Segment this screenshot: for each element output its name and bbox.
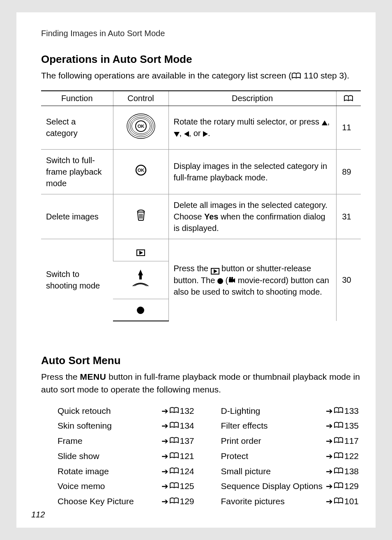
svg-marker-16 [138,270,143,275]
menu-item-page: 135 [344,418,361,434]
menu-button-label: MENU [80,372,106,381]
record-dot-icon [217,278,223,284]
cell-function: Switch to full-frame playback mode [41,149,113,194]
arrow-icon: ➔ [326,449,333,464]
book-icon [334,464,344,471]
menu-item-label: Skin softening [58,418,112,434]
cell-page-ref: 89 [336,149,361,194]
menu-item-page: 125 [180,479,196,494]
cell-function: Select a category [41,106,113,149]
menu-item-label: Favorite pictures [221,494,285,509]
cell-description: Rotate the rotary multi selector, or pre… [168,106,336,149]
movie-record-icon [228,277,235,283]
menu-item-ref: ➔ 117 [326,434,361,449]
menu-item-label: Choose Key Picture [58,494,134,509]
book-icon [334,494,344,501]
th-function: Function [41,91,113,106]
menu-item-label: D-Lighting [221,404,261,419]
cell-page-ref: 11 [336,106,361,149]
table-header-row: Function Control Description [41,91,361,106]
menu-column-right: D-Lighting➔ 133Filter effects➔ 135Print … [221,404,361,509]
menu-item: Filter effects➔ 135 [221,418,361,434]
menu-item-page: 117 [344,434,361,449]
playback-button-icon [136,249,145,256]
book-icon [291,70,301,76]
menu-item-label: Voice memo [58,479,105,494]
cell-control: OK [113,106,168,149]
menu-item: Print order➔ 117 [221,434,361,449]
cell-description: Display images in the selected category … [168,149,336,194]
th-control: Control [113,91,168,106]
menu-item-ref: ➔ 135 [326,418,361,434]
arrow-icon: ➔ [161,449,168,464]
cell-control [113,299,168,321]
menu-item-page: 129 [344,479,361,494]
svg-rect-17 [139,275,142,279]
menu-item-ref: ➔ 138 [326,464,361,479]
menu-item-page: 121 [180,449,196,464]
arrow-icon: ➔ [326,494,333,509]
menu-item: Voice memo➔ 125 [58,479,196,494]
section-title-auto-sort-menu: Auto Sort Menu [41,354,361,367]
menu-item-page: 134 [180,418,196,434]
arrow-icon: ➔ [161,434,168,448]
section-lead-auto-sort-menu: Press the MENU button in full-frame play… [41,370,361,396]
menu-item: Sequence Display Options➔ 129 [221,479,361,494]
page: Finding Images in Auto Sort Mode Operati… [16,12,376,528]
menu-item: Small picture➔ 138 [221,464,361,479]
menu-item-ref: ➔ 121 [161,449,196,464]
svg-text:OK: OK [137,168,144,173]
menu-item-ref: ➔ 129 [161,494,196,509]
menu-item: Slide show➔ 121 [58,449,196,464]
table-row: Delete images Delete all images in the s [41,194,361,239]
side-tab [0,201,15,275]
cell-control [113,194,168,239]
right-arrow-icon [203,131,208,137]
th-page-ref [336,91,361,106]
book-icon [334,404,344,410]
menu-item-label: Small picture [221,464,271,479]
menu-item-ref: ➔ 133 [326,404,361,419]
up-arrow-icon [322,120,327,125]
cell-function: Delete images [41,194,113,239]
page-number: 112 [31,510,45,519]
book-icon [334,479,344,485]
menu-item: Favorite pictures➔ 101 [221,494,361,509]
shutter-release-icon [130,281,151,290]
menu-item-ref: ➔ 134 [161,418,196,434]
section-title-operations: Operations in Auto Sort Mode [41,53,361,66]
section-lead-operations: The following operations are available i… [41,69,361,82]
menu-columns: Quick retouch➔ 132Skin softening➔ 134Fra… [41,404,361,509]
cell-function: Switch to shooting mode [41,239,113,321]
book-icon [334,449,344,455]
menu-item-page: 138 [344,464,361,479]
arrow-icon: ➔ [161,464,168,479]
rotary-selector-icon: OK [126,134,156,143]
book-icon [344,95,353,101]
menu-item-ref: ➔ 122 [326,449,361,464]
menu-item-ref: ➔ 101 [326,494,361,509]
down-arrow-icon [174,132,180,137]
menu-item-page: 124 [180,464,196,479]
menu-item-page: 129 [180,494,196,509]
menu-item: Frame➔ 137 [58,434,196,449]
svg-text:OK: OK [137,124,144,129]
cell-page-ref: 31 [336,194,361,239]
arrow-icon: ➔ [161,419,168,433]
left-arrow-icon [184,131,189,137]
menu-item: Choose Key Picture➔ 129 [58,494,196,509]
menu-item: Protect➔ 122 [221,449,361,464]
playback-button-icon [211,268,219,275]
book-icon [169,464,179,471]
menu-item-label: Rotate image [58,464,109,479]
cell-control [113,239,168,261]
menu-item-label: Protect [221,449,249,464]
menu-item-page: 133 [344,404,361,419]
arrow-icon: ➔ [161,494,168,509]
trash-icon [136,214,146,223]
menu-item: D-Lighting➔ 133 [221,404,361,419]
record-dot-icon [137,307,144,314]
arrow-icon: ➔ [326,404,333,418]
menu-item-page: 101 [344,494,361,509]
menu-item-page: 137 [180,434,196,449]
